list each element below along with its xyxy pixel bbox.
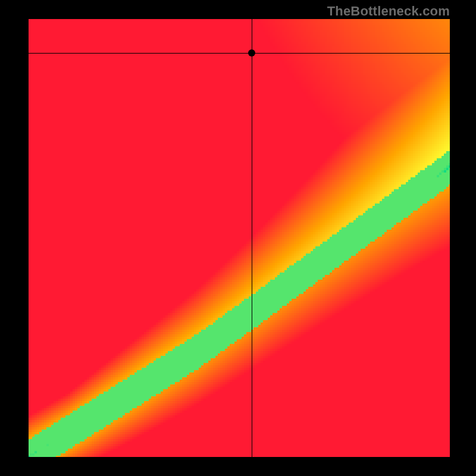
- chart-container: TheBottleneck.com: [0, 0, 476, 476]
- watermark-text: TheBottleneck.com: [327, 4, 450, 19]
- crosshair-horizontal: [27, 53, 451, 54]
- heatmap-plot: [27, 18, 451, 458]
- crosshair-vertical: [252, 18, 252, 458]
- heatmap-canvas: [27, 18, 451, 458]
